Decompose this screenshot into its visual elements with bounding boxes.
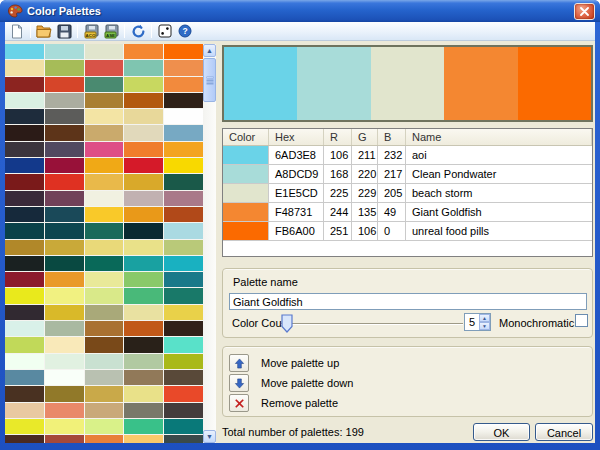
palette-color-swatch[interactable] bbox=[85, 93, 124, 108]
palette-color-swatch[interactable] bbox=[85, 142, 124, 157]
palette-color-swatch[interactable] bbox=[45, 93, 84, 108]
palette-color-swatch[interactable] bbox=[85, 158, 124, 173]
palette-row[interactable] bbox=[5, 370, 203, 385]
palette-color-swatch[interactable] bbox=[85, 403, 124, 418]
palette-row[interactable] bbox=[5, 223, 203, 238]
palette-color-swatch[interactable] bbox=[45, 60, 84, 75]
palette-color-swatch[interactable] bbox=[164, 60, 203, 75]
palette-color-swatch[interactable] bbox=[85, 240, 124, 255]
palette-color-swatch[interactable] bbox=[45, 337, 84, 352]
palette-row[interactable] bbox=[5, 272, 203, 287]
palette-row[interactable] bbox=[5, 207, 203, 222]
palette-color-swatch[interactable] bbox=[124, 223, 163, 238]
palette-color-swatch[interactable] bbox=[164, 288, 203, 303]
palette-color-swatch[interactable] bbox=[164, 305, 203, 320]
palette-row[interactable] bbox=[5, 109, 203, 124]
palette-color-swatch[interactable] bbox=[5, 60, 44, 75]
palette-color-swatch[interactable] bbox=[5, 109, 44, 124]
palette-color-swatch[interactable] bbox=[164, 142, 203, 157]
palette-color-swatch[interactable] bbox=[5, 305, 44, 320]
palette-color-swatch[interactable] bbox=[124, 77, 163, 92]
palette-color-swatch[interactable] bbox=[45, 207, 84, 222]
palette-color-swatch[interactable] bbox=[45, 435, 84, 443]
palette-color-swatch[interactable] bbox=[85, 354, 124, 369]
palette-color-swatch[interactable] bbox=[85, 191, 124, 206]
palette-color-swatch[interactable] bbox=[124, 44, 163, 59]
palette-color-swatch[interactable] bbox=[124, 386, 163, 401]
palette-color-swatch[interactable] bbox=[45, 44, 84, 59]
color-table-row[interactable]: E1E5CD225229205beach storm bbox=[223, 184, 592, 203]
palette-color-swatch[interactable] bbox=[5, 272, 44, 287]
palette-color-swatch[interactable] bbox=[164, 403, 203, 418]
palette-color-swatch[interactable] bbox=[124, 419, 163, 434]
palette-color-swatch[interactable] bbox=[124, 256, 163, 271]
palette-row[interactable] bbox=[5, 256, 203, 271]
palette-color-swatch[interactable] bbox=[124, 435, 163, 443]
palette-color-swatch[interactable] bbox=[5, 337, 44, 352]
palette-row[interactable] bbox=[5, 419, 203, 434]
palette-color-swatch[interactable] bbox=[45, 77, 84, 92]
ok-button[interactable]: OK bbox=[473, 423, 530, 441]
palette-color-swatch[interactable] bbox=[124, 272, 163, 287]
palette-color-swatch[interactable] bbox=[45, 386, 84, 401]
palette-color-swatch[interactable] bbox=[164, 191, 203, 206]
color-table-row[interactable]: FB6A002511060unreal food pills bbox=[223, 222, 592, 241]
palette-color-swatch[interactable] bbox=[85, 272, 124, 287]
palette-color-swatch[interactable] bbox=[5, 288, 44, 303]
palette-color-swatch[interactable] bbox=[85, 419, 124, 434]
color-count-value[interactable]: 5 bbox=[465, 314, 479, 330]
palette-color-swatch[interactable] bbox=[164, 256, 203, 271]
help-button[interactable]: ? bbox=[175, 22, 195, 40]
palette-color-swatch[interactable] bbox=[124, 93, 163, 108]
palette-color-swatch[interactable] bbox=[124, 321, 163, 336]
palette-color-swatch[interactable] bbox=[5, 386, 44, 401]
palette-color-swatch[interactable] bbox=[5, 435, 44, 443]
palette-color-swatch[interactable] bbox=[85, 77, 124, 92]
close-button[interactable] bbox=[574, 3, 595, 20]
palette-row[interactable] bbox=[5, 191, 203, 206]
palette-color-swatch[interactable] bbox=[45, 240, 84, 255]
palette-color-swatch[interactable] bbox=[5, 207, 44, 222]
palette-color-swatch[interactable] bbox=[5, 191, 44, 206]
scrollbar-thumb[interactable] bbox=[203, 58, 216, 102]
palette-row[interactable] bbox=[5, 77, 203, 92]
column-header-hex[interactable]: Hex bbox=[269, 129, 324, 145]
palette-color-swatch[interactable] bbox=[85, 109, 124, 124]
palette-row[interactable] bbox=[5, 337, 203, 352]
monochromatic-checkbox[interactable] bbox=[575, 314, 588, 327]
palette-color-swatch[interactable] bbox=[164, 337, 203, 352]
spinner-up-button[interactable]: ▲ bbox=[479, 314, 490, 322]
palette-row[interactable] bbox=[5, 142, 203, 157]
palette-color-swatch[interactable] bbox=[164, 44, 203, 59]
palette-color-swatch[interactable] bbox=[5, 223, 44, 238]
palette-color-swatch[interactable] bbox=[124, 337, 163, 352]
palette-color-swatch[interactable] bbox=[5, 158, 44, 173]
random-palette-button[interactable] bbox=[155, 22, 175, 40]
color-count-slider-track[interactable] bbox=[281, 323, 463, 325]
palette-color-swatch[interactable] bbox=[45, 158, 84, 173]
palette-color-swatch[interactable] bbox=[85, 174, 124, 189]
refresh-button[interactable] bbox=[128, 22, 148, 40]
palette-color-swatch[interactable] bbox=[164, 223, 203, 238]
palette-color-swatch[interactable] bbox=[164, 354, 203, 369]
palette-row-selected[interactable] bbox=[5, 44, 203, 59]
cancel-button[interactable]: Cancel bbox=[535, 423, 593, 441]
palette-color-swatch[interactable] bbox=[5, 93, 44, 108]
palette-color-swatch[interactable] bbox=[45, 288, 84, 303]
palette-color-swatch[interactable] bbox=[85, 435, 124, 443]
palette-color-swatch[interactable] bbox=[164, 109, 203, 124]
palette-color-swatch[interactable] bbox=[124, 142, 163, 157]
palette-color-swatch[interactable] bbox=[85, 223, 124, 238]
remove-palette-button[interactable] bbox=[229, 394, 249, 412]
palette-color-swatch[interactable] bbox=[164, 158, 203, 173]
palette-color-swatch[interactable] bbox=[124, 240, 163, 255]
palette-color-swatch[interactable] bbox=[45, 321, 84, 336]
open-file-button[interactable] bbox=[34, 22, 54, 40]
palette-color-swatch[interactable] bbox=[124, 403, 163, 418]
palette-color-swatch[interactable] bbox=[85, 60, 124, 75]
palette-color-swatch[interactable] bbox=[124, 125, 163, 140]
palette-color-swatch[interactable] bbox=[45, 191, 84, 206]
palette-color-swatch[interactable] bbox=[124, 174, 163, 189]
palette-color-swatch[interactable] bbox=[45, 354, 84, 369]
palette-color-swatch[interactable] bbox=[85, 44, 124, 59]
